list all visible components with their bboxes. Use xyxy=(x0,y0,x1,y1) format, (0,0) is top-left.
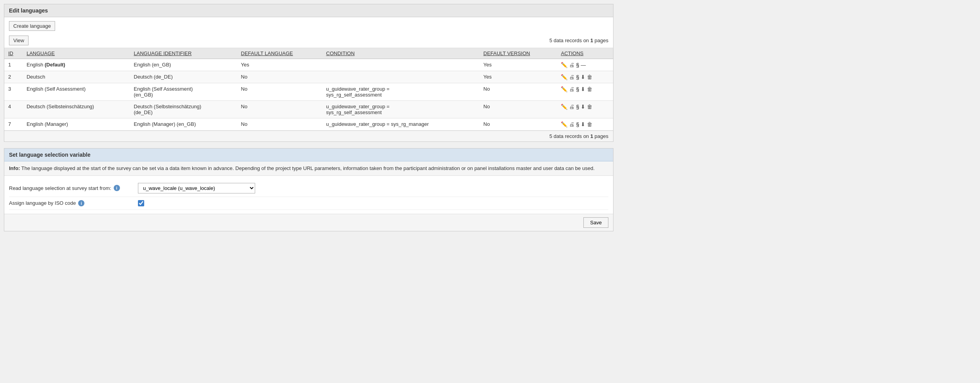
cell-default-version: No xyxy=(479,83,557,101)
cell-condition: u_guidewave_rater_group =sys_rg_self_ass… xyxy=(322,101,479,118)
delete-icon[interactable]: 🗑 xyxy=(587,121,592,127)
footer-row: Save xyxy=(4,214,613,231)
create-language-button[interactable]: Create language xyxy=(9,21,55,31)
copy-icon[interactable]: ⬇ xyxy=(581,104,585,110)
edit-languages-header: Edit languages xyxy=(4,4,613,17)
records-info-bottom: 5 data records on 1 pages xyxy=(4,131,613,141)
delete-icon[interactable]: 🗑 xyxy=(587,86,592,92)
cell-default-version: No xyxy=(479,118,557,131)
table-row: 3English (Self Assessment)English (Self … xyxy=(4,83,613,101)
assign-iso-checkbox[interactable] xyxy=(138,200,144,206)
table-row: 7English (Manager)English (Manager) (en_… xyxy=(4,118,613,131)
cell-identifier: Deutsch (Selbsteinschätzung)(de_DE) xyxy=(130,101,237,118)
cell-actions: ✏️🖨§⬇🗑 xyxy=(557,118,613,131)
view-button[interactable]: View xyxy=(9,36,29,45)
cell-identifier: English (Self Assessment)(en_GB) xyxy=(130,83,237,101)
section-icon[interactable]: § xyxy=(576,74,579,80)
col-condition: CONDITION xyxy=(322,48,479,59)
delete-icon[interactable]: 🗑 xyxy=(587,74,592,80)
language-select[interactable]: u_wave_locale (u_wave_locale) xyxy=(138,183,255,193)
cell-language: Deutsch (Selbsteinschätzung) xyxy=(23,101,130,118)
cell-condition: u_guidewave_rater_group =sys_rg_self_ass… xyxy=(322,83,479,101)
save-button[interactable]: Save xyxy=(583,217,608,228)
cell-default-language: No xyxy=(237,83,322,101)
cell-default-language: No xyxy=(237,101,322,118)
cell-language: English (Default) xyxy=(23,59,130,71)
col-id: ID xyxy=(4,48,23,59)
info-box: Info: The language displayed at the star… xyxy=(4,161,613,176)
cell-default-version: Yes xyxy=(479,71,557,83)
cell-condition xyxy=(322,59,479,71)
print-icon[interactable]: 🖨 xyxy=(569,86,574,92)
cell-id: 7 xyxy=(4,118,23,131)
cell-language: English (Self Assessment) xyxy=(23,83,130,101)
cell-default-language: No xyxy=(237,118,322,131)
col-actions: ACTIONS xyxy=(557,48,613,59)
read-language-row: Read language selection at survey start … xyxy=(9,180,608,197)
delete-icon[interactable]: 🗑 xyxy=(587,104,592,110)
table-row: 4Deutsch (Selbsteinschätzung)Deutsch (Se… xyxy=(4,101,613,118)
read-language-info-icon[interactable]: i xyxy=(114,185,120,191)
edit-icon[interactable]: ✏️ xyxy=(561,74,567,80)
cell-id: 1 xyxy=(4,59,23,71)
set-language-header: Set language selection variable xyxy=(4,149,613,161)
col-default-version: DEFAULT VERSION xyxy=(479,48,557,59)
print-icon[interactable]: 🖨 xyxy=(569,104,574,110)
cell-actions: ✏️🖨§⬇🗑 xyxy=(557,71,613,83)
print-icon[interactable]: 🖨 xyxy=(569,74,574,80)
toolbar-row: View 5 data records on 1 pages xyxy=(4,33,613,48)
table-row: 1English (Default)English (en_GB)YesYes✏… xyxy=(4,59,613,71)
cell-identifier: English (en_GB) xyxy=(130,59,237,71)
copy-icon[interactable]: ⬇ xyxy=(581,121,585,127)
cell-default-version: Yes xyxy=(479,59,557,71)
cell-id: 2 xyxy=(4,71,23,83)
cell-default-language: No xyxy=(237,71,322,83)
edit-icon[interactable]: ✏️ xyxy=(561,62,567,68)
edit-icon[interactable]: ✏️ xyxy=(561,86,567,92)
cell-id: 3 xyxy=(4,83,23,101)
assign-language-row: Assign language by ISO code i xyxy=(9,197,608,210)
table-header-row: ID LANGUAGE LANGUAGE IDENTIFIER DEFAULT … xyxy=(4,48,613,59)
section-icon[interactable]: § xyxy=(576,121,579,127)
section-icon[interactable]: § xyxy=(576,62,579,68)
cell-condition: u_guidewave_rater_group = sys_rg_manager xyxy=(322,118,479,131)
cell-identifier: Deutsch (de_DE) xyxy=(130,71,237,83)
section-icon[interactable]: § xyxy=(576,86,579,92)
col-language: LANGUAGE xyxy=(23,48,130,59)
print-icon[interactable]: 🖨 xyxy=(569,121,574,127)
col-default-language: DEFAULT LANGUAGE xyxy=(237,48,322,59)
cell-id: 4 xyxy=(4,101,23,118)
cell-default-version: No xyxy=(479,101,557,118)
assign-language-info-icon[interactable]: i xyxy=(78,200,84,206)
cell-default-language: Yes xyxy=(237,59,322,71)
cell-actions: ✏️🖨§⬇🗑 xyxy=(557,101,613,118)
print-icon[interactable]: 🖨 xyxy=(569,62,574,68)
cell-language: Deutsch xyxy=(23,71,130,83)
table-row: 2DeutschDeutsch (de_DE)NoYes✏️🖨§⬇🗑 xyxy=(4,71,613,83)
cell-language: English (Manager) xyxy=(23,118,130,131)
cell-actions: ✏️🖨§— xyxy=(557,59,613,71)
copy-icon[interactable]: ⬇ xyxy=(581,86,585,92)
edit-icon[interactable]: ✏️ xyxy=(561,121,567,127)
records-info-top: 5 data records on 1 pages xyxy=(549,38,608,43)
copy-icon[interactable]: ⬇ xyxy=(581,74,585,80)
cell-identifier: English (Manager) (en_GB) xyxy=(130,118,237,131)
cell-condition xyxy=(322,71,479,83)
edit-icon[interactable]: ✏️ xyxy=(561,104,567,110)
languages-table: ID LANGUAGE LANGUAGE IDENTIFIER DEFAULT … xyxy=(4,48,613,131)
no-delete-indicator: — xyxy=(581,62,586,68)
section-icon[interactable]: § xyxy=(576,104,579,110)
col-identifier: LANGUAGE IDENTIFIER xyxy=(130,48,237,59)
cell-actions: ✏️🖨§⬇🗑 xyxy=(557,83,613,101)
